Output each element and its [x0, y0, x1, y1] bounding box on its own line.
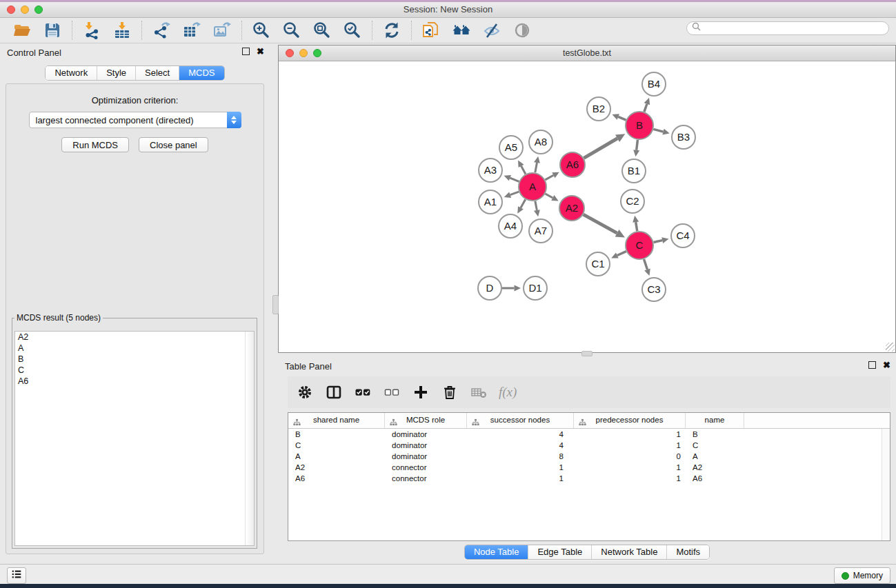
table-row[interactable]: Cdominator41C — [288, 440, 890, 451]
columns-icon[interactable] — [323, 382, 344, 403]
network-window-titlebar[interactable]: testGlobe.txt — [279, 45, 895, 61]
criterion-select[interactable]: largest connected component (directed) — [29, 112, 241, 128]
eye-icon[interactable] — [510, 20, 535, 41]
mcds-result-item[interactable]: A — [15, 343, 254, 354]
close-panel-button[interactable]: Close panel — [139, 137, 208, 152]
zoom-out-icon[interactable] — [279, 20, 304, 41]
resize-grip-icon[interactable] — [886, 343, 895, 352]
network-canvas[interactable]: AA1A2A3A4A5A6A7A8BB1B2B3B4CC1C2C3C4DD1 — [279, 61, 895, 352]
graph-edge-A-A5[interactable] — [521, 166, 526, 174]
application-window: Session: New Session Control Panel ✖ Net… — [0, 0, 896, 588]
column-header-mcds-role[interactable]: MCDS role — [385, 413, 467, 428]
tab-motifs[interactable]: Motifs — [666, 545, 709, 559]
graph-edge-A-A3[interactable] — [510, 178, 519, 181]
table-row[interactable]: Bdominator41B — [288, 429, 890, 440]
search-input[interactable] — [702, 23, 888, 34]
tab-network-table[interactable]: Network Table — [591, 545, 666, 559]
graph-edge-A6-B[interactable] — [584, 139, 617, 159]
graph-edge-B-B4[interactable] — [644, 104, 647, 112]
table-cell: 4 — [467, 429, 574, 440]
task-history-button[interactable] — [7, 567, 26, 584]
checked-boxes-icon[interactable] — [352, 382, 373, 403]
table-row[interactable]: Adominator80A — [288, 451, 890, 462]
save-icon[interactable] — [40, 20, 65, 41]
table-panel-title: Table Panel — [285, 361, 332, 372]
column-header-name[interactable]: name — [686, 413, 744, 428]
main-titlebar[interactable]: Session: New Session — [0, 2, 896, 18]
graph-edge-B-B1[interactable] — [637, 140, 638, 150]
criterion-selected-value: largest connected component (directed) — [36, 115, 194, 125]
search-box[interactable] — [686, 21, 889, 35]
desktop-background-bottom — [0, 584, 896, 588]
folder-open-icon[interactable] — [10, 20, 34, 41]
network-view-window: testGlobe.txt AA1A2A3A4A5A6A7A8BB1B2B3B4… — [278, 45, 896, 353]
graph-edge-C-C2[interactable] — [636, 222, 637, 231]
column-header-successor-nodes[interactable]: successor nodes — [467, 413, 574, 428]
float-table-panel-icon[interactable] — [868, 361, 876, 369]
graph-edge-C-C3[interactable] — [644, 259, 648, 270]
graph-edge-A-A6[interactable] — [545, 175, 553, 180]
graph-edge-A-A2[interactable] — [545, 194, 552, 198]
mcds-result-item[interactable]: B — [15, 354, 254, 365]
close-panel-icon[interactable]: ✖ — [257, 48, 264, 55]
mcds-result-item[interactable]: C — [15, 365, 254, 376]
hide-details-icon[interactable] — [479, 20, 504, 41]
table-delete-icon[interactable] — [468, 382, 489, 403]
table-cell: dominator — [385, 440, 467, 451]
graph-edge-B-B3[interactable] — [653, 129, 663, 132]
plus-icon[interactable] — [410, 382, 431, 403]
export-table-icon[interactable] — [179, 20, 204, 41]
graph-node-label: A7 — [535, 225, 547, 236]
gear-icon[interactable] — [295, 382, 315, 403]
vertical-splitter-handle[interactable] — [272, 295, 279, 314]
export-image-icon[interactable] — [210, 20, 235, 41]
graph-edge-C-C4[interactable] — [653, 241, 662, 243]
column-header-label: MCDS role — [385, 416, 466, 424]
unchecked-boxes-icon[interactable] — [381, 382, 402, 403]
zoom-in-icon[interactable] — [249, 20, 274, 41]
graph-edge-A-A7[interactable] — [535, 201, 537, 210]
mcds-result-item[interactable]: A2 — [15, 332, 254, 343]
home-icon[interactable] — [449, 20, 474, 41]
table-row[interactable]: A6connector11A6 — [288, 473, 890, 484]
graph-edge-A-A4[interactable] — [521, 199, 526, 207]
tab-node-table[interactable]: Node Table — [465, 545, 528, 559]
tab-select[interactable]: Select — [135, 66, 179, 80]
graph-edge-A-A1[interactable] — [510, 192, 519, 195]
column-header-predecessor-nodes[interactable]: predecessor nodes — [574, 413, 686, 428]
trash-icon[interactable] — [439, 382, 460, 403]
horizontal-splitter-handle[interactable] — [581, 351, 593, 356]
table-row[interactable]: A2connector11A2 — [288, 462, 890, 473]
memory-button[interactable]: Memory — [834, 567, 890, 584]
refresh-icon[interactable] — [379, 20, 404, 41]
function-builder-icon[interactable]: f(x) — [499, 385, 517, 400]
import-network-icon[interactable] — [79, 20, 104, 41]
graph-edge-A-A8[interactable] — [535, 163, 537, 172]
close-table-panel-icon[interactable]: ✖ — [883, 361, 890, 369]
run-mcds-button[interactable]: Run MCDS — [61, 137, 129, 152]
export-network-icon[interactable] — [149, 20, 174, 41]
table-cell: 0 — [574, 451, 686, 462]
tab-edge-table[interactable]: Edge Table — [528, 545, 591, 559]
tab-style[interactable]: Style — [97, 66, 135, 80]
network-title: testGlobe.txt — [279, 48, 895, 58]
control-panel-title: Control Panel — [7, 48, 61, 58]
tab-mcds[interactable]: MCDS — [179, 66, 223, 80]
table-cell: B — [686, 429, 744, 440]
network-document-icon[interactable] — [419, 20, 444, 41]
graph-edge-A2-C[interactable] — [584, 214, 617, 233]
table-cell: A — [288, 451, 385, 462]
zoom-selected-icon[interactable] — [340, 20, 365, 41]
toolbar-group — [0, 20, 72, 41]
graph-edge-C-C1[interactable] — [617, 252, 626, 256]
result-list-scrollbar[interactable] — [245, 332, 254, 545]
graph-node-label: C1 — [591, 258, 604, 270]
zoom-fit-icon[interactable] — [310, 20, 335, 41]
column-header-label: predecessor nodes — [574, 416, 685, 424]
mcds-result-item[interactable]: A6 — [15, 376, 254, 387]
graph-edge-B-B2[interactable] — [618, 116, 626, 120]
column-header-shared-name[interactable]: shared name — [288, 413, 385, 428]
tab-network[interactable]: Network — [46, 66, 97, 80]
import-table-icon[interactable] — [110, 20, 135, 41]
float-panel-icon[interactable] — [242, 48, 250, 55]
